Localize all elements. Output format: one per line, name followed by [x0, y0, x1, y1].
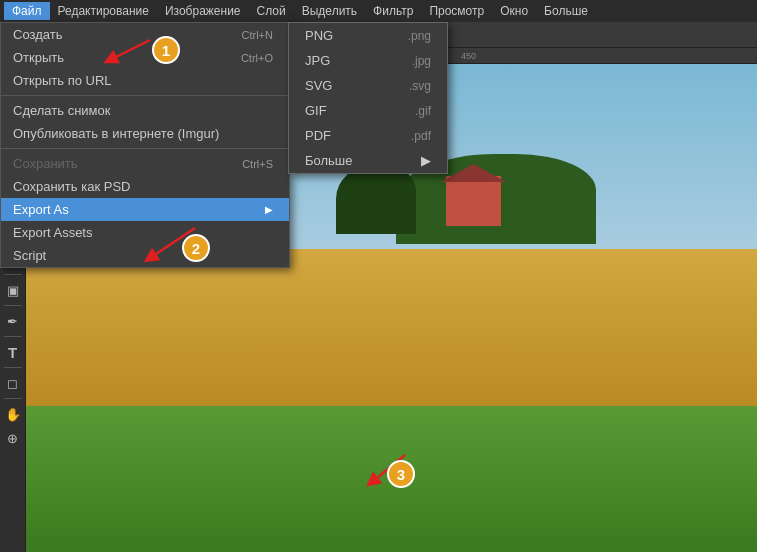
grass-field-layer: [26, 406, 757, 552]
menu-more[interactable]: Больше: [536, 2, 596, 20]
submenu-item-jpg[interactable]: JPG .jpg: [289, 48, 447, 73]
menu-file[interactable]: Файл: [4, 2, 50, 20]
menu-bar: Файл Редактирование Изображение Слой Выд…: [0, 0, 757, 22]
tool-shape[interactable]: ◻: [2, 372, 24, 394]
tool-sep-8: [4, 367, 22, 368]
export-as-submenu: PNG .png JPG .jpg SVG .svg GIF .gif PDF …: [288, 22, 448, 174]
submenu-item-gif[interactable]: GIF .gif: [289, 98, 447, 123]
more-arrow-icon: ▶: [421, 153, 431, 168]
trees-layer-2: [336, 164, 416, 234]
submenu-item-svg[interactable]: SVG .svg: [289, 73, 447, 98]
tool-pen[interactable]: ✒: [2, 310, 24, 332]
submenu-item-pdf[interactable]: PDF .pdf: [289, 123, 447, 148]
dropdown-sep-1: [1, 95, 289, 96]
menu-item-open[interactable]: Открыть Ctrl+O: [1, 46, 289, 69]
export-as-arrow: ▶: [265, 204, 273, 215]
menu-layer[interactable]: Слой: [249, 2, 294, 20]
menu-item-export-assets[interactable]: Export Assets: [1, 221, 289, 244]
menu-select[interactable]: Выделить: [294, 2, 365, 20]
ruler-tick-450: 450: [442, 51, 492, 63]
submenu-item-png[interactable]: PNG .png: [289, 23, 447, 48]
menu-item-script[interactable]: Script: [1, 244, 289, 267]
menu-item-publish[interactable]: Опубликовать в интернете (Imgur): [1, 122, 289, 145]
file-dropdown-menu: Создать Ctrl+N Открыть Ctrl+O Открыть по…: [0, 22, 290, 268]
menu-filter[interactable]: Фильтр: [365, 2, 421, 20]
tool-gradient[interactable]: ▣: [2, 279, 24, 301]
tool-sep-7: [4, 336, 22, 337]
dropdown-sep-2: [1, 148, 289, 149]
building-layer: [446, 176, 501, 226]
menu-item-snapshot[interactable]: Сделать снимок: [1, 99, 289, 122]
submenu-item-more[interactable]: Больше ▶: [289, 148, 447, 173]
menu-item-new[interactable]: Создать Ctrl+N: [1, 23, 289, 46]
menu-image[interactable]: Изображение: [157, 2, 249, 20]
tool-hand[interactable]: ✋: [2, 403, 24, 425]
tool-sep-5: [4, 274, 22, 275]
tool-zoom[interactable]: ⊕: [2, 427, 24, 449]
menu-view[interactable]: Просмотр: [421, 2, 492, 20]
menu-item-open-url[interactable]: Открыть по URL: [1, 69, 289, 92]
tool-text[interactable]: T: [2, 341, 24, 363]
menu-item-save-psd[interactable]: Сохранить как PSD: [1, 175, 289, 198]
wheat-field-layer: [26, 249, 757, 420]
menu-edit[interactable]: Редактирование: [50, 2, 157, 20]
tool-sep-6: [4, 305, 22, 306]
tool-sep-9: [4, 398, 22, 399]
menu-window[interactable]: Окно: [492, 2, 536, 20]
menu-item-save[interactable]: Сохранить Ctrl+S: [1, 152, 289, 175]
menu-item-export-as[interactable]: Export As ▶: [1, 198, 289, 221]
